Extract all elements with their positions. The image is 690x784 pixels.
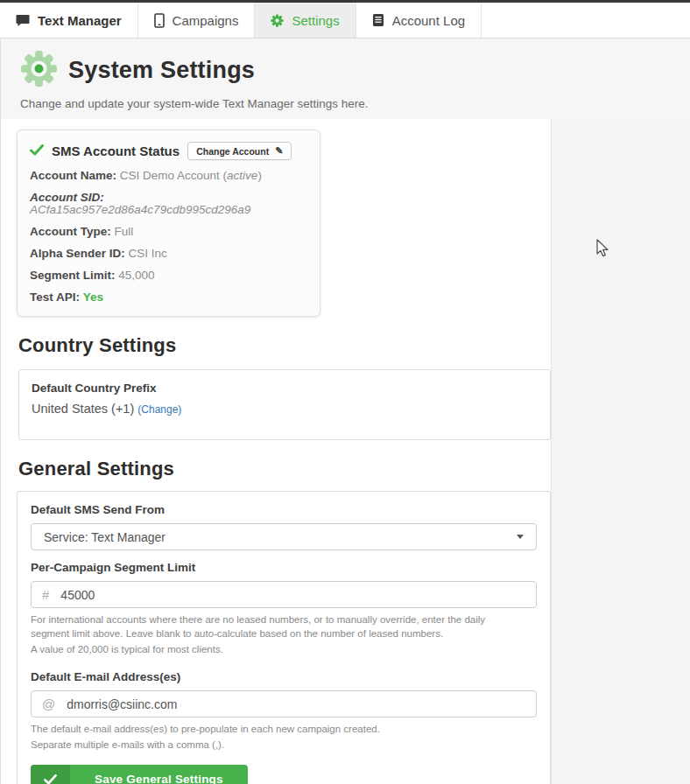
page-title: System Settings: [68, 57, 255, 84]
tab-label: Account Log: [392, 13, 465, 28]
general-settings-card: Default SMS Send From Service: Text Mana…: [17, 491, 551, 784]
segment-limit-help: For international accounts where there a…: [31, 612, 521, 640]
tab-text-manager[interactable]: Text Manager: [0, 3, 138, 38]
account-name-row: Account Name: CSI Demo Account (active): [30, 170, 307, 182]
alpha-sender-value: CSI Inc: [129, 247, 167, 260]
tab-account-log[interactable]: Account Log: [356, 3, 482, 38]
account-type-row: Account Type: Full: [30, 226, 307, 238]
book-icon: [372, 13, 384, 27]
account-type-label: Account Type:: [30, 225, 111, 238]
sms-send-from-select[interactable]: Service: Text Manager: [31, 523, 537, 550]
pencil-icon: ✎: [275, 145, 283, 157]
chevron-down-icon: [517, 535, 524, 539]
country-settings-heading: Country Settings: [18, 334, 551, 357]
tab-campaigns[interactable]: Campaigns: [138, 3, 256, 38]
segment-limit-help-2: A value of 20,000 is typical for most cl…: [31, 642, 521, 656]
segment-limit-row: Segment Limit: 45,000: [30, 270, 307, 282]
change-country-link[interactable]: (Change): [137, 403, 181, 416]
test-api-value: Yes: [83, 290, 103, 304]
comment-icon: [16, 14, 30, 27]
save-general-settings-button[interactable]: Save General Settings: [31, 765, 248, 784]
default-sms-send-from-label: Default SMS Send From: [31, 503, 537, 516]
segment-limit-input[interactable]: [59, 587, 525, 603]
system-settings-gear-icon: [20, 50, 58, 91]
alpha-sender-row: Alpha Sender ID: CSI Inc: [30, 248, 307, 260]
mobile-icon: [154, 13, 165, 28]
test-api-label: Test API:: [30, 290, 80, 304]
tab-bar: Text Manager Campaigns Settings: [0, 3, 690, 38]
hash-icon: #: [42, 587, 49, 602]
general-settings-heading: General Settings: [18, 458, 551, 480]
page-subtitle: Change and update your system-wide Text …: [20, 97, 672, 110]
at-sign-icon: @: [42, 696, 55, 711]
account-sid-value: ACfa15ac957e2d86a4c79cdb995cd296a9: [30, 203, 250, 216]
per-campaign-segment-limit-label: Per-Campaign Segment Limit: [31, 561, 537, 574]
page-header: System Settings Change and update your s…: [0, 38, 690, 119]
default-email-label: Default E-mail Address(es): [31, 670, 537, 683]
default-country-prefix-label: Default Country Prefix: [32, 382, 538, 395]
change-account-button[interactable]: Change Account ✎: [187, 142, 292, 160]
account-sid-row: Account SID: ACfa15ac957e2d86a4c79cdb995…: [30, 192, 307, 216]
sms-card-title: SMS Account Status: [52, 144, 180, 158]
country-prefix-value: United States (+1): [32, 402, 134, 416]
tab-settings[interactable]: Settings: [255, 3, 356, 38]
content-pane: SMS Account Status Change Account ✎ Acco…: [0, 119, 552, 784]
email-help-2: Separate multiple e-mails with a comma (…: [31, 738, 521, 752]
segment-limit-value: 45,000: [118, 269, 154, 282]
gear-icon: [271, 14, 284, 27]
change-account-label: Change Account: [196, 146, 269, 157]
account-name-label: Account Name:: [30, 169, 116, 182]
test-api-row: Test API: Yes: [30, 291, 307, 304]
segment-limit-label: Segment Limit:: [30, 269, 116, 282]
account-type-value: Full: [115, 225, 134, 238]
sms-account-status-card: SMS Account Status Change Account ✎ Acco…: [17, 130, 320, 317]
email-help: The default e-mail address(es) to pre-po…: [31, 722, 521, 736]
account-status-value: active: [227, 169, 257, 182]
mouse-cursor: [596, 239, 610, 262]
alpha-sender-label: Alpha Sender ID:: [30, 247, 125, 260]
check-icon: [30, 144, 44, 159]
tab-label: Campaigns: [172, 13, 239, 28]
check-icon: [31, 765, 70, 784]
segment-limit-input-group: #: [31, 581, 537, 608]
country-settings-card: Default Country Prefix United States (+1…: [18, 369, 551, 440]
sms-send-from-value: Service: Text Manager: [44, 530, 165, 544]
email-input[interactable]: [65, 696, 525, 712]
account-name-value: CSI Demo Account (: [120, 169, 227, 182]
email-input-group: @: [31, 690, 537, 718]
tab-label: Settings: [292, 13, 339, 28]
account-sid-label: Account SID:: [30, 191, 104, 204]
save-button-label: Save General Settings: [70, 765, 248, 784]
tab-label: Text Manager: [38, 13, 122, 28]
